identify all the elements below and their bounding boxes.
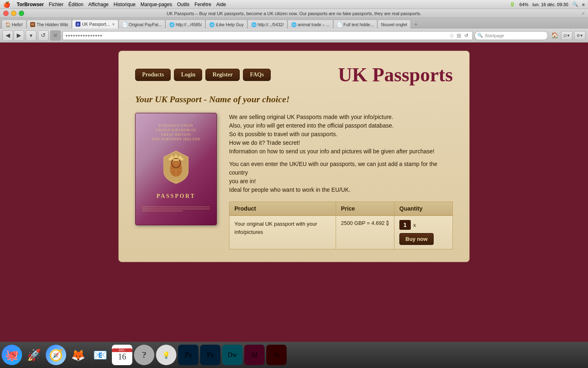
tab-favicon: 📄 <box>337 22 342 27</box>
apple-menu[interactable]: 🍎 <box>3 1 10 8</box>
back-button[interactable]: ◀ <box>2 30 13 41</box>
resize-button[interactable]: ⤢ <box>581 11 585 16</box>
tab-label: http://.../5432/ <box>258 22 284 27</box>
dock-indesign[interactable]: Id <box>244 345 265 365</box>
tab-label: iLike Help Guy <box>216 22 243 27</box>
reload-history-button[interactable]: ↺ <box>38 30 49 41</box>
browser-content: Products Login Register FAQs UK Passport… <box>0 43 588 342</box>
quantity-input[interactable] <box>399 220 411 230</box>
dock-dreamweaver[interactable]: Dw <box>222 345 243 365</box>
menubar-app[interactable]: TorBrowser <box>17 2 44 7</box>
forward-button[interactable]: ▶ <box>13 30 24 41</box>
url-text: ●●●●●●●●●●●●●●● <box>65 33 102 38</box>
settings-button[interactable]: ⚙▼ <box>574 31 586 40</box>
menubar-fichier[interactable]: Fichier <box>49 2 63 7</box>
tab-fulltext[interactable]: 📄 Full text hidde... <box>333 20 377 29</box>
reload-icon[interactable]: ↺ <box>463 32 470 39</box>
tab-uk-passport[interactable]: B UK Passport... × <box>72 20 118 29</box>
passport-image: EUROPEAN UNION UNITED KINGDOM OF GREAT B… <box>135 113 217 225</box>
maximize-button[interactable] <box>19 11 24 16</box>
page-size-button[interactable]: ⊡▼ <box>561 31 572 40</box>
tab-4585[interactable]: 🌐 http://.../4585/ <box>165 20 205 29</box>
product-content: EUROPEAN UNION UNITED KINGDOM OF GREAT B… <box>135 113 453 249</box>
dock-launchpad[interactable]: 🚀 <box>24 345 44 365</box>
dock-ps-alt[interactable]: Ps <box>200 345 220 365</box>
description-block-1: We are selling original UK Passports mad… <box>229 113 453 156</box>
tab-label: Original PayPal... <box>129 22 162 27</box>
search-icon: 🔍 <box>477 33 483 38</box>
product-table: Product Price Quantity Your original UK … <box>229 202 453 249</box>
dock-finder[interactable]: 🐙 <box>2 345 22 365</box>
passport-eu-text: EUROPEAN UNION UNITED KINGDOM OF GREAT B… <box>151 123 200 142</box>
taskbar: 🐙 🚀 🧭 🦊 📧 DÉC 16 ? 💡 Ps Ps Dw Id Ai <box>0 342 588 368</box>
bookmark-star2-icon[interactable]: ⊞ <box>455 32 463 39</box>
tab-close-icon[interactable]: × <box>112 22 115 27</box>
window-title: UK Passports – Buy real UK passports, be… <box>167 11 421 16</box>
tab-label: Hello! <box>12 22 23 27</box>
tab-5432[interactable]: 🌐 http://.../5432/ <box>247 20 287 29</box>
search-placeholder: Startpage <box>485 33 504 38</box>
tab-hidden-wiki[interactable]: W The Hidden Wiki <box>27 20 72 29</box>
menubar-fenetre[interactable]: Fenêtre <box>194 2 211 7</box>
dock-illustrator[interactable]: Ai <box>266 345 287 365</box>
td-price: 2500 GBP = 4.692 ₿ <box>336 216 394 249</box>
back-forward-group: ◀ ▶ <box>2 30 24 41</box>
passport-crest: ⚜ ⚜ ⚜ <box>160 149 192 186</box>
products-nav-button[interactable]: Products <box>135 69 171 81</box>
passport-lines <box>142 206 210 215</box>
tab-label: UK Passport... <box>82 22 110 27</box>
minimize-button[interactable] <box>11 11 16 16</box>
menubar-affichage[interactable]: Affichage <box>88 2 109 7</box>
url-bar[interactable]: ●●●●●●●●●●●●●●● ☆ ⊞ ↺ <box>62 31 473 40</box>
page-container: Products Login Register FAQs UK Passport… <box>118 51 470 262</box>
safescript-button[interactable]: S! <box>50 30 61 41</box>
dock-photoshop[interactable]: Ps <box>178 345 198 365</box>
menubar-aide[interactable]: Aide <box>216 2 226 7</box>
login-nav-button[interactable]: Login <box>174 69 202 81</box>
tab-paypal[interactable]: 📄 Original PayPal... <box>118 20 165 29</box>
menubar-outils[interactable]: Outils <box>177 2 189 7</box>
table-row: Your original UK passport with your info… <box>229 215 452 249</box>
history-button[interactable]: ▼ <box>26 30 36 41</box>
tab-favicon: 📄 <box>122 22 127 27</box>
tab-hello[interactable]: 🏠 Hello! <box>2 20 27 29</box>
faqs-nav-button[interactable]: FAQs <box>243 69 271 81</box>
tab-favicon: 🌐 <box>169 22 174 27</box>
page-header: Products Login Register FAQs UK Passport… <box>135 63 453 86</box>
td-quantity: x Buy now <box>394 216 452 249</box>
navigation-bar: ◀ ▶ ▼ ↺ S! ●●●●●●●●●●●●●●● ☆ ⊞ ↺ 🔍 Start… <box>0 29 588 43</box>
window-controls <box>3 11 24 16</box>
menubar: 🍎 TorBrowser Fichier Édition Affichage H… <box>0 0 588 9</box>
desc-line-2: Also, your info will get entered into th… <box>229 121 453 130</box>
dock-mail[interactable]: 📧 <box>90 345 110 365</box>
dock-calendar[interactable]: DÉC 16 <box>112 345 132 365</box>
clock: lun. 16 déc. 09:30 <box>532 2 568 7</box>
spotlight-icon[interactable]: 🔍 <box>572 2 578 7</box>
close-button[interactable] <box>3 11 9 16</box>
quantity-x-label: x <box>413 222 416 228</box>
bookmark-star-icon[interactable]: ☆ <box>448 32 455 39</box>
dock-firefox[interactable]: 🦊 <box>68 345 88 365</box>
dock-question[interactable]: ? <box>134 345 154 365</box>
buy-now-button[interactable]: Buy now <box>399 233 434 245</box>
tab-animal[interactable]: 🌐 animal trade – ... <box>287 20 333 29</box>
passport-label: PASSPORT <box>156 193 196 200</box>
tab-label: The Hidden Wiki <box>37 22 68 27</box>
desc-line-3: So its possible to travel with our passp… <box>229 130 453 139</box>
menubar-marque-pages[interactable]: Marque-pages <box>140 2 172 7</box>
list-icon[interactable]: ≡ <box>582 2 585 7</box>
svg-text:⚜ ⚜ ⚜: ⚜ ⚜ ⚜ <box>173 181 179 183</box>
dock-help[interactable]: 💡 <box>156 345 176 365</box>
tabs-bar: 🏠 Hello! W The Hidden Wiki B UK Passport… <box>0 18 588 29</box>
tab-nouvel[interactable]: Nouvel onglet <box>377 20 411 29</box>
tab-ilike[interactable]: 🌐 iLike Help Guy <box>205 20 247 29</box>
search-bar[interactable]: 🔍 Startpage <box>474 31 548 40</box>
menubar-edition[interactable]: Édition <box>68 2 83 7</box>
title-bar: UK Passports – Buy real UK passports, be… <box>0 9 588 18</box>
new-tab-button[interactable]: + <box>412 20 420 29</box>
register-nav-button[interactable]: Register <box>205 69 240 81</box>
menubar-historique[interactable]: Historique <box>114 2 136 7</box>
home-button[interactable]: 🏠 <box>550 31 559 40</box>
desc-line-5: Information on how to send us your info … <box>229 147 453 156</box>
dock-safari[interactable]: 🧭 <box>46 345 66 365</box>
